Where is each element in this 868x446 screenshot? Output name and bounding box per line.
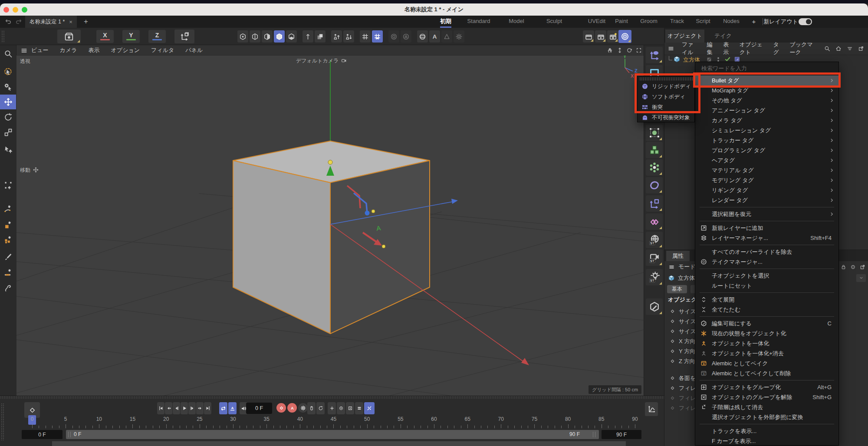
coords-world-button[interactable] <box>343 30 354 43</box>
key-filter-button[interactable] <box>364 402 375 414</box>
layout-tab-Standard[interactable]: Standard <box>467 16 490 28</box>
add-layout-button[interactable]: + <box>752 16 756 28</box>
workplane-grid-button[interactable] <box>360 30 371 43</box>
menu-item-24[interactable]: オブジェクトを一体化 <box>695 338 838 348</box>
mode-points-button[interactable] <box>237 30 248 43</box>
viewport-orbit-button[interactable] <box>625 46 634 55</box>
coords-object-button[interactable] <box>331 30 342 43</box>
fcurve-window-button[interactable] <box>645 402 658 416</box>
viewport-hand-button[interactable] <box>605 46 615 55</box>
layout-tab-Sculpt[interactable]: Sculpt <box>546 16 562 28</box>
next-frame-button[interactable] <box>188 402 196 414</box>
sketch-tool[interactable] <box>0 281 16 295</box>
mode-texture-button[interactable] <box>286 30 297 43</box>
keyframe-diamond-icon[interactable] <box>670 406 675 411</box>
camera-menu[interactable]: ST <box>646 249 663 266</box>
new-tab-button[interactable]: + <box>81 16 91 28</box>
keyframe-diamond-icon[interactable] <box>670 359 675 364</box>
document-tab[interactable]: 名称未設定 1 * × <box>25 16 77 28</box>
primitive-pen-tool[interactable] <box>0 232 16 247</box>
axis-lock-z-button[interactable]: Z <box>148 30 166 43</box>
deformer-menu[interactable] <box>646 177 663 193</box>
modeling-settings-button[interactable] <box>57 30 81 43</box>
move-tool[interactable] <box>0 95 16 109</box>
menu-item-22[interactable]: 編集可能にするC <box>695 318 838 328</box>
autokey-button[interactable]: A <box>287 403 297 413</box>
previous-frame-button[interactable] <box>173 402 180 414</box>
layout-tab-UVEdit[interactable]: UVEdit <box>588 16 605 28</box>
menu-item-9[interactable]: マテリアル タグ <box>695 165 838 175</box>
timeline-drag-strip[interactable] <box>0 396 664 399</box>
menu-item-28[interactable]: オブジェクトをグループ化Alt+G <box>695 382 838 392</box>
submenu-item-2[interactable]: 衝突 <box>638 102 694 112</box>
range-end-field[interactable]: 90 F <box>602 430 641 439</box>
timeline-ruler[interactable]: 051015202530354045505560657075808590 <box>16 415 644 430</box>
menu-item-30[interactable]: 子階層は残して消去 <box>695 402 838 412</box>
keyframe-diamond-icon[interactable] <box>670 349 675 354</box>
quantize-settings-button[interactable] <box>401 30 411 43</box>
menu-item-27[interactable]: aAlembic としてベイクして削除 <box>695 368 838 378</box>
mode-polygons-button[interactable] <box>262 30 273 43</box>
coordinate-system-button[interactable] <box>174 30 194 43</box>
volume-menu[interactable] <box>646 142 663 158</box>
scale-tool[interactable] <box>0 125 16 140</box>
scene-object-menu[interactable] <box>646 195 663 212</box>
om-menu-icon[interactable] <box>668 46 674 52</box>
menu-item-18[interactable]: 子オブジェクトを選択 <box>695 271 838 281</box>
primitive-object-menu[interactable] <box>646 125 663 141</box>
transform-tool[interactable] <box>0 142 16 157</box>
menu-item-14[interactable]: 新規レイヤーに追加 <box>695 223 838 233</box>
range-grip-right-icon[interactable] <box>593 432 595 437</box>
am-tab-attributes[interactable]: 属性 <box>666 251 690 261</box>
menu-item-32[interactable]: トラックを表示... <box>695 426 838 436</box>
menu-item-8[interactable]: ヘアタグ <box>695 155 838 165</box>
submenu-item-1[interactable]: ソフトボディ <box>638 92 694 102</box>
keyframe-diamond-icon[interactable] <box>670 386 675 391</box>
viewport-menu-1[interactable]: カメラ <box>60 46 77 54</box>
preview-range-bar[interactable]: 0 F 90 F <box>66 430 599 439</box>
toolbar-drag-handle[interactable] <box>1 30 5 43</box>
menu-item-1[interactable]: MoGraph タグ <box>695 85 838 95</box>
am-popout-icon[interactable] <box>859 263 866 270</box>
menu-item-23[interactable]: 現在の状態をオブジェクト化 <box>695 328 838 338</box>
menu-item-11[interactable]: リギング タグ <box>695 185 838 195</box>
viewport-menu-icon[interactable] <box>16 47 31 54</box>
keyframe-diamond-icon[interactable] <box>670 396 675 401</box>
range-start-field[interactable]: 0 F <box>22 430 62 439</box>
keyframe-diamond-icon[interactable] <box>670 319 675 324</box>
layout-tab-Paint[interactable]: Paint <box>615 16 628 28</box>
om-menu-2[interactable]: 表示 <box>723 41 731 56</box>
submenu-tearoff-strip[interactable] <box>639 77 693 80</box>
om-popout-icon[interactable] <box>857 45 865 52</box>
viewport[interactable]: A Y Z X 透視 デフォルトカメラ 移動 グリッド間隔 : 50 cm <box>16 56 644 396</box>
goto-end-button[interactable] <box>204 402 211 414</box>
environment-menu[interactable]: ST <box>646 232 663 248</box>
key-scale-toggle[interactable] <box>346 402 354 414</box>
camera-icon[interactable] <box>341 58 347 65</box>
spline-primitive-menu[interactable] <box>646 47 663 63</box>
keyframe-diamond-icon[interactable] <box>670 309 675 314</box>
om-menu-1[interactable]: 編集 <box>707 41 715 56</box>
record-rotation-button[interactable] <box>316 402 325 414</box>
viewport-pan-arrows-button[interactable] <box>615 46 625 55</box>
am-lock-icon[interactable] <box>840 263 847 270</box>
previous-key-button[interactable] <box>165 402 172 414</box>
om-search-icon[interactable] <box>823 45 831 52</box>
viewport-menu-5[interactable]: パネル <box>185 46 203 54</box>
menu-item-19[interactable]: ルートにセット <box>695 281 838 291</box>
menu-item-13[interactable]: 選択範囲を復元 <box>695 209 838 219</box>
goto-start-button[interactable] <box>157 402 164 414</box>
render-view-button[interactable] <box>583 30 594 43</box>
workplane-button[interactable] <box>315 30 326 43</box>
menu-item-3[interactable]: アニメーション タグ <box>695 105 838 115</box>
keyframe-diamond-icon[interactable] <box>670 329 675 334</box>
mograph-menu[interactable] <box>646 213 663 230</box>
viewport-menu-4[interactable]: フィルタ <box>151 46 174 54</box>
live-selection-tool[interactable] <box>0 64 16 79</box>
record-keyframe-button[interactable] <box>276 403 286 413</box>
menu-item-10[interactable]: モデリング タグ <box>695 175 838 185</box>
menu-item-31[interactable]: 選択オブジェクトを外部参照に変換 <box>695 412 838 422</box>
generator-menu[interactable] <box>646 159 663 176</box>
tweak-tool[interactable] <box>0 80 16 95</box>
layout-tab-Track[interactable]: Track <box>670 16 684 28</box>
